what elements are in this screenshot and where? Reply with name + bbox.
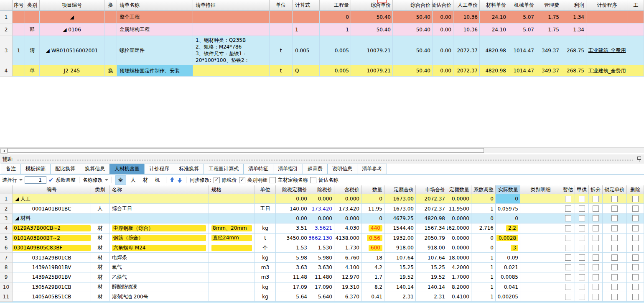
checkbox-jg[interactable] bbox=[579, 274, 585, 280]
cell-code[interactable]: ◢ 人工 bbox=[13, 194, 91, 204]
cell-csdj[interactable]: 1.53 bbox=[276, 243, 309, 253]
col-header-lb[interactable]: 类别 bbox=[25, 0, 40, 11]
cell-unit[interactable] bbox=[270, 23, 293, 36]
cell-qty[interactable]: 440 bbox=[361, 223, 384, 233]
cell-unit[interactable]: t bbox=[270, 65, 293, 77]
cell-code[interactable]: 0313A29B01CB bbox=[13, 253, 91, 262]
cell-hsj[interactable]: 4.100 bbox=[334, 263, 361, 272]
row-header[interactable]: 10 bbox=[0, 282, 13, 292]
checkbox-sc[interactable] bbox=[632, 235, 639, 241]
sync-checkbox-1[interactable] bbox=[214, 177, 220, 183]
cell-qty[interactable]: 0 bbox=[361, 214, 384, 223]
checkbox-zg[interactable] bbox=[565, 245, 571, 251]
cell-jg[interactable] bbox=[575, 223, 589, 233]
cell-zg[interactable] bbox=[561, 223, 575, 233]
checkbox-jg[interactable] bbox=[579, 235, 585, 241]
cell-name[interactable]: 钢筋（综合） bbox=[109, 234, 209, 243]
cell-unit[interactable] bbox=[255, 194, 276, 204]
cell-jjcx[interactable] bbox=[586, 11, 628, 23]
cell-sc[interactable] bbox=[627, 272, 644, 282]
col-header-jjcx[interactable]: 计价程序 bbox=[586, 0, 628, 11]
cell-jg[interactable] bbox=[575, 234, 589, 243]
cell-jg[interactable] bbox=[575, 194, 589, 204]
cell-zhhj[interactable]: 50.40 bbox=[393, 11, 433, 23]
cell-next[interactable] bbox=[628, 36, 644, 65]
tab-11[interactable]: 超高费 bbox=[303, 164, 328, 174]
checkbox-sddj[interactable] bbox=[611, 196, 618, 202]
cell-cf[interactable] bbox=[589, 204, 603, 213]
tab-7[interactable]: 标准换算 bbox=[174, 164, 204, 174]
cell-sjsl[interactable]: 0.0028 bbox=[496, 234, 520, 243]
cell-lb[interactable] bbox=[91, 214, 109, 223]
cell-hsj[interactable]: 0.000 bbox=[334, 194, 361, 204]
checkbox-jg[interactable] bbox=[579, 215, 585, 221]
cell-zg[interactable] bbox=[561, 263, 575, 272]
checkbox-sc[interactable] bbox=[632, 294, 639, 300]
cell-qty[interactable]: 8.2 bbox=[361, 282, 384, 292]
cell-csj[interactable]: 11.480 bbox=[309, 272, 334, 282]
checkbox-cf[interactable] bbox=[593, 235, 599, 241]
cell-rgdj[interactable]: 2072.37 bbox=[453, 65, 480, 77]
cell-next[interactable] bbox=[628, 11, 644, 23]
cell-feat[interactable] bbox=[193, 65, 270, 77]
cell-gcl[interactable]: 1 bbox=[320, 23, 351, 36]
col-header-dehj[interactable]: 定额合价 bbox=[384, 185, 416, 194]
cell-lb[interactable]: 清 bbox=[25, 36, 40, 65]
cell-code[interactable]: J2-245 bbox=[40, 65, 104, 77]
cell-code[interactable]: 0101A03B00BT~2 bbox=[13, 234, 91, 243]
cell-jg[interactable] bbox=[575, 204, 589, 213]
cell-qty[interactable]: 0.41 bbox=[361, 292, 384, 302]
cell-csj[interactable]: 5.640 bbox=[309, 292, 334, 302]
cell-unit[interactable]: kg bbox=[255, 282, 276, 292]
cell-schj[interactable]: 2.31 bbox=[416, 292, 447, 302]
cell-hsj[interactable]: 4138.000 bbox=[334, 234, 361, 243]
cell-code[interactable]: 0001A01B01BC bbox=[13, 204, 91, 213]
col-header-code[interactable]: 项目编号 bbox=[40, 0, 104, 11]
cell-name[interactable]: 综合工日 bbox=[109, 204, 209, 213]
cell-feat[interactable] bbox=[193, 23, 270, 36]
cell-glf[interactable]: 349.37 bbox=[536, 65, 561, 77]
row-header[interactable]: 8 bbox=[0, 263, 13, 272]
cell-code[interactable]: 0129A37B00CB~2 bbox=[13, 223, 91, 233]
cell-sddj[interactable] bbox=[603, 282, 627, 292]
cell-hsj[interactable]: 173.420 bbox=[334, 204, 361, 213]
checkbox-jg[interactable] bbox=[579, 205, 585, 212]
col-header-csdj[interactable]: 除税定额价 bbox=[276, 185, 309, 194]
cell-cf[interactable] bbox=[589, 292, 603, 302]
cell-lbmx[interactable] bbox=[520, 223, 561, 233]
cell-unit[interactable]: kg bbox=[255, 253, 276, 262]
cell-lbmx[interactable] bbox=[520, 194, 561, 204]
cell-lbmx[interactable] bbox=[520, 234, 561, 243]
cell-zg[interactable] bbox=[561, 214, 575, 223]
cell-lb[interactable]: 材 bbox=[91, 234, 109, 243]
tab-10[interactable]: 清单指引 bbox=[273, 164, 303, 174]
cell-lr[interactable]: 268.75 bbox=[561, 36, 586, 65]
tab-12[interactable]: 说明信息 bbox=[327, 164, 357, 174]
cell-name[interactable] bbox=[109, 214, 209, 223]
checkbox-cf[interactable] bbox=[593, 274, 599, 280]
checkbox-zg[interactable] bbox=[565, 196, 571, 202]
tab-5[interactable]: 人材机含量 bbox=[109, 164, 145, 174]
cell-cf[interactable] bbox=[589, 214, 603, 223]
col-header-zhdj[interactable]: 综合单价 bbox=[351, 0, 393, 11]
cell-unit[interactable]: m3 bbox=[255, 272, 276, 282]
cell-dehj[interactable]: 1932.00 bbox=[384, 234, 416, 243]
sync-checkbox-4[interactable] bbox=[310, 177, 316, 183]
cell-zhdj[interactable]: 50.40 bbox=[351, 23, 393, 36]
checkbox-cf[interactable] bbox=[593, 254, 599, 261]
cell-csj[interactable]: 3662.130 bbox=[309, 234, 334, 243]
filter-material-button[interactable]: 材 bbox=[140, 176, 150, 185]
cell-code[interactable]: ◢ 0106 bbox=[40, 23, 104, 36]
cell-lbmx[interactable] bbox=[520, 204, 561, 213]
cell-csj[interactable]: 17.090 bbox=[309, 282, 334, 292]
cell-csj[interactable]: 3.5621 bbox=[309, 223, 334, 233]
row-header[interactable]: 11 bbox=[0, 292, 13, 302]
tab-6[interactable]: 计价程序 bbox=[144, 164, 174, 174]
col-header-csj[interactable]: 除税价 bbox=[309, 185, 334, 194]
checkbox-cf[interactable] bbox=[593, 284, 599, 290]
pin-icon[interactable] bbox=[637, 156, 641, 162]
cell-xstz[interactable]: 2.716 bbox=[471, 223, 496, 233]
cell-zhdj[interactable]: 10079.21 bbox=[351, 65, 393, 77]
filter-all-button[interactable]: 全 bbox=[115, 175, 126, 185]
checkbox-zg[interactable] bbox=[565, 264, 571, 270]
